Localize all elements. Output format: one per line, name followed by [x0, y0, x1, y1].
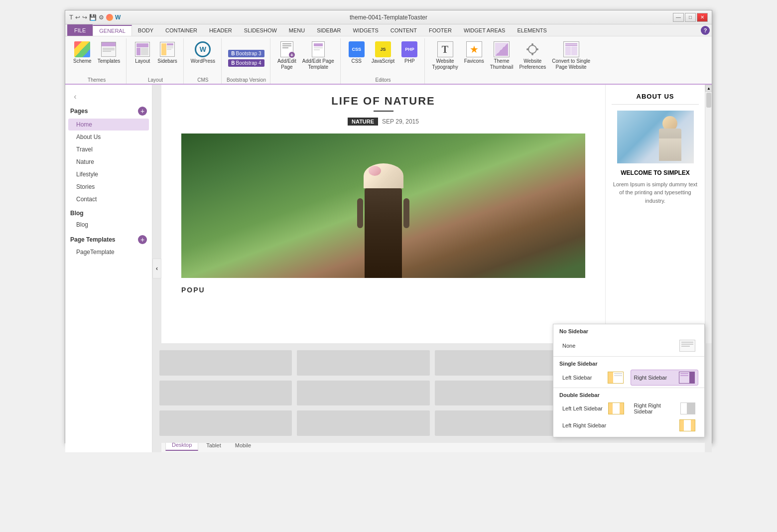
help-icon[interactable]: ? — [701, 26, 710, 35]
thumb-11 — [435, 410, 567, 436]
page-item-stories[interactable]: Stories — [68, 181, 149, 193]
left-left-sidebar-label: Left Left Sidebar — [562, 405, 603, 411]
scroll-up-button[interactable]: ▲ — [705, 85, 712, 92]
cms-group-label: CMS — [197, 76, 208, 83]
no-sidebar-options: None — [559, 337, 698, 354]
single-sidebar-options: Left Sidebar Right Sidebar — [559, 370, 698, 386]
page-item-pagetemplate[interactable]: PageTemplate — [68, 246, 149, 258]
undo-icon[interactable]: ↩ — [75, 14, 80, 21]
scheme-button[interactable]: Scheme — [71, 40, 94, 65]
add-page-button[interactable]: + — [138, 107, 147, 116]
editors-items: CSS CSS JS JavaScript PHP P — [346, 38, 421, 76]
page-item-about-us[interactable]: About Us — [68, 131, 149, 143]
convert-single-page-icon — [563, 41, 579, 57]
add-page-template-button[interactable]: + — [138, 235, 147, 244]
sidebar-layout-popup: No Sidebar None — [553, 324, 705, 437]
left-sidebar-label: Left Sidebar — [562, 375, 592, 381]
popup-divider-1 — [553, 356, 704, 357]
post-title-underline — [374, 111, 393, 112]
no-sidebar-title: No Sidebar — [559, 328, 698, 334]
tab-container[interactable]: CONTAINER — [159, 24, 203, 36]
tab-widget-areas[interactable]: WIDGET AREAS — [458, 24, 512, 36]
theme-thumbnail-button[interactable]: ThemeThumbnail — [488, 40, 516, 71]
settings-icon[interactable]: ⚙ — [99, 14, 104, 21]
bootstrap-group-label: Bootstrap Version — [227, 76, 266, 83]
left-left-sidebar-option[interactable]: Left Left Sidebar — [559, 401, 627, 416]
about-image — [617, 111, 694, 163]
ribbon-group-cms: W WordPress CMS — [185, 38, 222, 84]
thumb-10 — [297, 410, 429, 436]
php-button[interactable]: PHP PHP — [398, 40, 420, 65]
left-right-sidebar-option[interactable]: Left Right Sidebar — [559, 418, 698, 433]
window-controls[interactable]: — □ ✕ — [673, 13, 708, 22]
page-item-blog[interactable]: Blog — [68, 219, 149, 231]
tab-general[interactable]: GENERAL — [93, 25, 132, 36]
left-sidebar-option[interactable]: Left Sidebar — [559, 370, 627, 385]
popup-divider-2 — [553, 388, 704, 388]
ribbon-group-bootstrap: B Bootstrap 3 B Bootstrap 4 Bootstrap Ve… — [223, 38, 270, 84]
tab-widgets[interactable]: WIDGETS — [347, 24, 385, 36]
sidebar-collapse-button[interactable]: ‹ — [70, 92, 80, 102]
js-icon-box: JS — [375, 41, 391, 57]
page-item-home[interactable]: Home — [68, 119, 149, 131]
tab-body[interactable]: BODY — [132, 24, 159, 36]
favicons-button[interactable]: ★ Favicons — [462, 40, 486, 65]
right-sidebar-icon — [679, 372, 695, 384]
add-edit-page-button[interactable]: + Add/EditPage — [275, 40, 298, 71]
tab-menu[interactable]: MENU — [283, 24, 311, 36]
tab-header[interactable]: HEADER — [203, 24, 238, 36]
layout-icon — [134, 41, 150, 57]
favicons-icon: ★ — [466, 41, 482, 57]
php-icon: PHP — [401, 41, 417, 57]
close-button[interactable]: ✕ — [697, 13, 708, 22]
welcome-title: WELCOME TO SIMPLEX — [612, 169, 699, 177]
post-meta: NATURE SEP 29, 2015 — [181, 118, 585, 126]
scroll-thumb[interactable] — [706, 93, 711, 108]
thumb-6 — [297, 381, 429, 406]
tab-footer[interactable]: FOOTER — [423, 24, 458, 36]
page-item-nature[interactable]: Nature — [68, 156, 149, 168]
tab-content[interactable]: CONTENT — [385, 24, 423, 36]
none-option-label: None — [562, 343, 575, 349]
none-option[interactable]: None — [559, 338, 698, 353]
thumb-7 — [435, 381, 567, 406]
add-edit-page-template-button[interactable]: Add/Edit PageTemplate — [300, 40, 336, 71]
thumb-2 — [297, 350, 429, 376]
bootstrap3-button[interactable]: B Bootstrap 3 — [228, 50, 264, 57]
thumb-3 — [435, 350, 567, 376]
page-item-contact[interactable]: Contact — [68, 193, 149, 205]
wordpress-button[interactable]: W WordPress — [189, 40, 217, 65]
maximize-button[interactable]: □ — [685, 13, 696, 22]
templates-button[interactable]: Templates — [96, 40, 123, 65]
website-preferences-button[interactable]: WebsitePreferences — [517, 40, 548, 71]
scroll-left-button[interactable]: ‹ — [152, 259, 161, 278]
website-typography-button[interactable]: T WebsiteTypography — [430, 40, 460, 71]
website-typography-label: WebsiteTypography — [432, 58, 458, 70]
layout-button[interactable]: Layout — [131, 40, 153, 65]
redo-icon[interactable]: ↪ — [82, 14, 87, 21]
javascript-button[interactable]: JS JavaScript — [370, 40, 397, 65]
right-right-sidebar-option[interactable]: Right Right Sidebar — [631, 401, 699, 416]
bootstrap4-button[interactable]: B Bootstrap 4 — [228, 59, 264, 67]
page-item-lifestyle[interactable]: Lifestyle — [68, 168, 149, 180]
sidebars-button[interactable]: Sidebars — [155, 40, 179, 65]
theme-thumbnail-icon — [494, 41, 510, 57]
page-item-travel[interactable]: Travel — [68, 143, 149, 155]
post-date: SEP 29, 2015 — [382, 118, 419, 125]
add-edit-page-label: Add/EditPage — [277, 58, 296, 70]
about-person — [656, 116, 684, 163]
save-icon[interactable]: 💾 — [89, 14, 97, 21]
javascript-icon: JS — [375, 41, 391, 57]
css-button[interactable]: CSS CSS — [346, 40, 368, 65]
minimize-button[interactable]: — — [673, 13, 684, 22]
right-sidebar-option[interactable]: Right Sidebar — [631, 370, 699, 386]
pages-list: Home About Us Travel Nature Lifestyle St… — [65, 119, 152, 205]
tab-elements[interactable]: ELEMENTS — [511, 24, 552, 36]
tab-file[interactable]: FILE — [67, 24, 93, 36]
title-bar-left: T ↩ ↪ 💾 ⚙ W — [69, 13, 121, 21]
tab-slideshow[interactable]: SLIDESHOW — [238, 24, 283, 36]
website-items: T WebsiteTypography ★ Favicons — [430, 38, 592, 82]
convert-single-page-button[interactable]: Convert to SinglePage Website — [550, 40, 592, 71]
tab-sidebar[interactable]: SIDEBAR — [311, 24, 347, 36]
title-bar: T ↩ ↪ 💾 ⚙ W theme-0041-TemplateToaster —… — [65, 10, 712, 24]
